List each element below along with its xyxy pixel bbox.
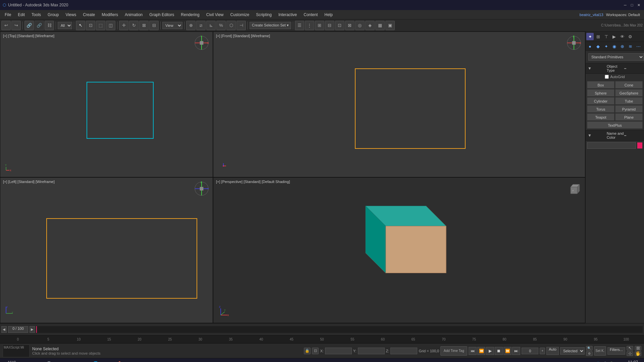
timeline-current[interactable]: 0 / 100 [8, 326, 28, 333]
primitives-dropdown[interactable]: Standard Primitives [588, 53, 644, 61]
create-selection-set-button[interactable]: Create Selection Set ▾ [250, 22, 291, 29]
group2-button[interactable]: ⊞ [315, 21, 324, 30]
nav-icon3[interactable]: ⊠ [635, 346, 641, 351]
taskbar-mail-button[interactable]: ✉ [68, 360, 77, 362]
goto-end-button[interactable]: ⏭ [512, 347, 520, 355]
viewport-top[interactable]: [+] [Top] [Standard] [Wireframe] X Y [0, 32, 213, 177]
play-button[interactable]: ▶ [486, 347, 494, 355]
viewport-left-label[interactable]: [+] [Left] [Standard] [Wireframe] [3, 180, 55, 184]
percent-snap-button[interactable]: % [216, 21, 226, 30]
open-group-button[interactable]: ⊡ [335, 21, 344, 30]
torus-button[interactable]: Torus [587, 105, 614, 113]
nav-icon1[interactable]: ↖ [627, 346, 633, 351]
display-icon[interactable]: 👁 [619, 33, 626, 40]
menu-graph-editors[interactable]: Graph Editors [146, 11, 177, 18]
stop-button[interactable]: ⏹ [495, 347, 503, 355]
auto-key-button[interactable]: Auto [546, 347, 559, 355]
geometry-icon[interactable]: ● [586, 43, 594, 50]
goto-start-button[interactable]: ⏮ [469, 347, 477, 355]
next-frame-button[interactable]: ⏩ [503, 347, 512, 355]
snap-icon[interactable]: ⊡ [312, 348, 319, 354]
viewport-gizmo-persp[interactable]: F [566, 180, 582, 198]
nav-icon4[interactable]: 🖐 [635, 351, 641, 356]
filter-select[interactable]: All [58, 22, 72, 29]
render-frame-button[interactable]: ▣ [385, 21, 395, 30]
menu-civil-view[interactable]: Civil View [203, 11, 227, 18]
geosphere-button[interactable]: GeoSphere [615, 89, 643, 97]
maximize-button[interactable]: □ [629, 2, 635, 8]
sphere-button[interactable]: Sphere [587, 89, 614, 97]
autogrid-checkbox[interactable] [605, 75, 609, 79]
select-button[interactable]: ↖ [76, 21, 85, 30]
undo-button[interactable]: ↩ [1, 21, 11, 30]
timeline-track[interactable] [36, 326, 643, 333]
mirror-button[interactable]: ⊣ [236, 21, 246, 30]
unlink-button[interactable]: 🔗 [35, 21, 44, 30]
close-button[interactable]: ✕ [636, 2, 641, 8]
name-and-color-header[interactable]: ▼ Name and Color ━ [586, 130, 644, 141]
menu-tools[interactable]: Tools [28, 11, 44, 18]
tube-button[interactable]: Tube [615, 97, 643, 105]
menu-rendering[interactable]: Rendering [177, 11, 203, 18]
taskbar-windows-button[interactable]: ⊞ [34, 360, 43, 362]
close-group-button[interactable]: ⊠ [345, 21, 355, 30]
select-window-button[interactable]: ⬚ [96, 21, 105, 30]
viewport-perspective-label[interactable]: [+] [Perspective] [Standard] [Default Sh… [216, 180, 290, 184]
cylinder-button[interactable]: Cylinder [587, 97, 614, 105]
taskbar-files-button[interactable]: 📁 [57, 360, 66, 362]
y-input[interactable] [358, 348, 385, 354]
minimize-button[interactable]: ─ [623, 2, 628, 8]
shapes-icon[interactable]: ◆ [594, 43, 602, 50]
lock-button[interactable]: 🔒 [304, 348, 311, 354]
z-input[interactable] [390, 348, 417, 354]
material-editor-button[interactable]: ◎ [355, 21, 365, 30]
menu-interactive[interactable]: Interactive [275, 11, 300, 18]
menu-group[interactable]: Group [44, 11, 62, 18]
menu-edit[interactable]: Edit [14, 11, 28, 18]
prev-frame-button[interactable]: ⏪ [477, 347, 485, 355]
window-controls[interactable]: ─ □ ✕ [623, 2, 641, 8]
hierarchy-icon[interactable]: ⊤ [602, 33, 610, 40]
menu-scripting[interactable]: Scripting [253, 11, 275, 18]
rotate-button[interactable]: ↻ [129, 21, 139, 30]
select-crossing-button[interactable]: ◫ [106, 21, 115, 30]
selected-dropdown[interactable]: Selected [560, 347, 585, 355]
teapot-button[interactable]: Teapot [587, 113, 614, 121]
taskbar-sticky-button[interactable]: 📌 [114, 360, 123, 362]
redo-button[interactable]: ↪ [11, 21, 21, 30]
move-button[interactable]: ✛ [119, 21, 128, 30]
layer-button[interactable]: ☰ [295, 21, 304, 30]
box-button[interactable]: Box [587, 81, 614, 88]
viewport-front-label[interactable]: [+] [Front] [Standard] [Wireframe] [216, 34, 270, 38]
object-type-header[interactable]: ▼ Object Type ━ [586, 63, 644, 74]
menu-help[interactable]: Help [321, 11, 336, 18]
pivot-button[interactable]: ⊕ [186, 21, 196, 30]
menu-views[interactable]: Views [62, 11, 79, 18]
menu-content[interactable]: Content [300, 11, 321, 18]
pyramid-button[interactable]: Pyramid [615, 105, 643, 113]
x-input[interactable] [325, 348, 352, 354]
bind-button[interactable]: ⛓ [45, 21, 54, 30]
nav-icon2[interactable]: ⊹ [627, 351, 633, 356]
viewport-top-label[interactable]: [+] [Top] [Standard] [Wireframe] [3, 34, 54, 38]
timeline-right-arrow[interactable]: ▶ [30, 326, 35, 333]
menu-create[interactable]: Create [79, 11, 98, 18]
timeline-left-arrow[interactable]: ◀ [1, 326, 7, 333]
set-key-button[interactable]: Set K. [594, 346, 606, 356]
ungroup-button[interactable]: ⊟ [325, 21, 334, 30]
scale2-button[interactable]: ⊟ [149, 21, 159, 30]
helpers-icon[interactable]: ⊕ [619, 43, 626, 50]
spinner-button[interactable]: ⬡ [226, 21, 236, 30]
taskbar-folder-button[interactable]: 🗂 [102, 360, 112, 362]
color-swatch[interactable] [637, 142, 643, 149]
modify-icon[interactable]: ⊞ [594, 33, 602, 40]
motion-icon[interactable]: ▶ [610, 33, 618, 40]
cone-button[interactable]: Cone [615, 81, 643, 88]
plane-button[interactable]: Plane [615, 113, 643, 121]
viewport-gizmo-top[interactable]: X Y [193, 35, 210, 51]
maxscript-mini[interactable]: MAXScript Mi [3, 345, 30, 357]
link-button[interactable]: 🔗 [24, 21, 34, 30]
settings2-button[interactable]: ⚙ [586, 351, 593, 356]
utilities-icon[interactable]: ⚙ [627, 33, 634, 40]
viewport-gizmo-front[interactable]: X Z [566, 35, 582, 51]
